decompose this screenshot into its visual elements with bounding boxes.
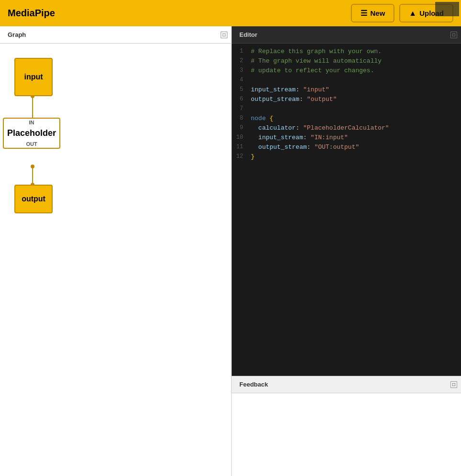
node-placeholder-title: Placeholder [7,126,56,140]
node-placeholder-in-label: IN [29,119,34,126]
node-placeholder[interactable]: IN Placeholder OUT [3,118,60,149]
upload-icon: ▲ [409,9,416,18]
new-button[interactable]: ☰ New [351,4,394,22]
connector-svg [0,44,231,476]
node-output-label: output [22,195,45,203]
logo: MediaPipe [8,8,55,19]
graph-tab-bar: Graph □ [0,26,231,44]
feedback-content [232,393,461,476]
node-input-label: input [24,73,43,81]
code-line-1: 1 # Replace this graph with your own. [232,47,461,57]
feedback-tab-bar: Feedback □ [232,376,461,393]
svg-point-4 [31,165,34,168]
new-label: New [370,9,385,17]
right-panel: Editor □ 1 # Replace this graph with you… [232,26,461,476]
code-line-3: 3 # update to reflect your changes. [232,66,461,76]
code-line-2: 2 # The graph view will automatically [232,57,461,66]
code-line-7: 7 [232,105,461,114]
code-line-5: 5 input_stream: "input" [232,86,461,95]
editor-tab-bar: Editor □ [232,26,461,44]
graph-tab-label: Graph [4,31,30,38]
main-layout: Graph □ input IN [0,26,461,476]
code-line-11: 11 output_stream: "OUT:output" [232,143,461,153]
graph-expand-icon[interactable]: □ [221,32,227,38]
graph-canvas: input IN Placeholder OUT output [0,44,231,476]
header: MediaPipe ☰ New ▲ Upload [0,0,461,26]
feedback-section: Feedback □ [232,376,461,476]
code-line-8: 8 node { [232,114,461,124]
code-line-6: 6 output_stream: "output" [232,95,461,105]
editor-section: Editor □ 1 # Replace this graph with you… [232,26,461,376]
graph-panel: Graph □ input IN [0,26,232,476]
code-line-10: 10 input_stream: "IN:input" [232,133,461,143]
feedback-tab-label: Feedback [236,381,272,388]
node-output[interactable]: output [14,185,53,213]
code-line-9: 9 calculator: "PlaceholderCalculator" [232,124,461,133]
editor-tab-label: Editor [236,31,261,38]
node-placeholder-out-label: OUT [26,140,37,148]
code-line-4: 4 [232,76,461,86]
node-placeholder-wrapper: IN Placeholder OUT [3,118,60,149]
editor-expand-icon[interactable]: □ [450,32,457,38]
node-input[interactable]: input [14,58,53,96]
feedback-expand-icon[interactable]: □ [450,381,457,388]
code-line-12: 12 } [232,153,461,162]
editor-content[interactable]: 1 # Replace this graph with your own. 2 … [232,44,461,376]
menu-icon: ☰ [360,9,367,18]
